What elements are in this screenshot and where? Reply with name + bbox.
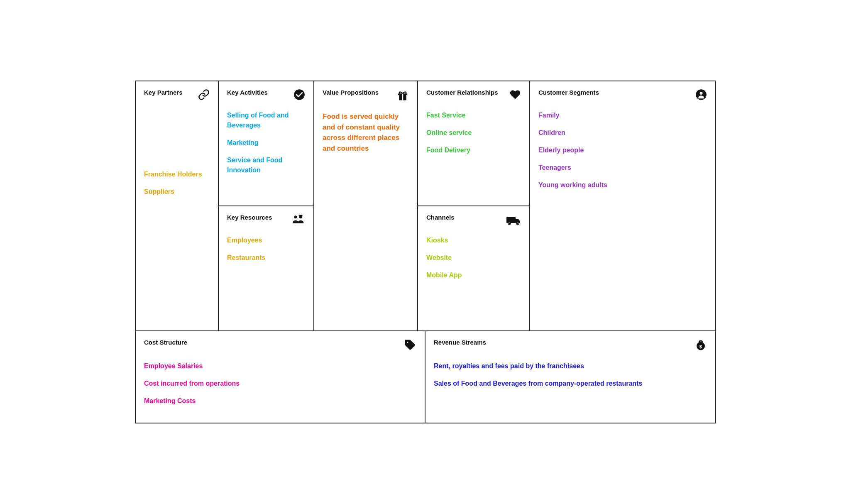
key-resources-cell: Key Resources <box>219 206 313 330</box>
key-partners-label: Key Partners <box>144 89 183 96</box>
svg-rect-4 <box>298 215 303 216</box>
customer-relationships-cell: Customer Relationships Fast Service Onli… <box>418 81 529 206</box>
key-resources-label: Key Resources <box>227 214 272 221</box>
list-item: Service and Food Innovation <box>227 155 305 175</box>
channels-label: Channels <box>426 214 455 221</box>
channels-header: Channels <box>426 214 521 228</box>
list-item: Marketing <box>227 138 305 148</box>
list-item: Family <box>538 110 707 120</box>
list-item: Employee Salaries <box>144 361 416 371</box>
list-item: Cost incurred from operations <box>144 379 416 389</box>
value-propositions-cell: Value Propositions Food is served quickl… <box>314 81 418 330</box>
key-resources-header: Key Resources <box>227 214 305 228</box>
money-bag-icon: $ <box>694 339 707 354</box>
customer-relationships-label: Customer Relationships <box>426 89 498 96</box>
cost-structure-label: Cost Structure <box>144 339 187 346</box>
value-propositions-content: Food is served quickly and of constant q… <box>323 111 409 154</box>
list-item: Mobile App <box>426 270 521 280</box>
customer-segments-header: Customer Segments <box>538 89 707 103</box>
key-partners-content: Franchise Holders Suppliers <box>144 169 210 197</box>
svg-text:$: $ <box>699 344 702 349</box>
channels-cell: Channels Kiosks Website <box>418 206 529 330</box>
list-item: Food Delivery <box>426 145 521 155</box>
list-item: Website <box>426 253 521 263</box>
list-item: Franchise Holders <box>144 169 210 179</box>
business-model-canvas: Key Partners Franchise Holders Suppliers… <box>135 81 716 423</box>
list-item: Kiosks <box>426 235 521 245</box>
revenue-streams-label: Revenue Streams <box>434 339 486 346</box>
key-partners-header: Key Partners <box>144 89 210 103</box>
key-resources-content: Employees Restaurants <box>227 235 305 263</box>
key-activities-resources-column: Key Activities Selling of Food and Bever… <box>219 81 314 330</box>
svg-point-14 <box>700 92 703 95</box>
svg-rect-8 <box>506 217 516 223</box>
svg-point-10 <box>509 223 510 224</box>
list-item: Restaurants <box>227 253 305 263</box>
customer-segments-label: Customer Segments <box>538 89 599 96</box>
list-item: Suppliers <box>144 187 210 197</box>
list-item: Fast Service <box>426 110 521 120</box>
key-activities-label: Key Activities <box>227 89 268 96</box>
check-icon <box>293 89 305 103</box>
svg-point-0 <box>294 89 305 100</box>
channels-content: Kiosks Website Mobile App <box>426 235 521 280</box>
value-propositions-header: Value Propositions <box>323 89 409 104</box>
key-partners-cell: Key Partners Franchise Holders Suppliers <box>136 81 219 330</box>
cost-structure-cell: Cost Structure Employee Salaries Cost in… <box>136 331 426 423</box>
key-activities-content: Selling of Food and Beverages Marketing … <box>227 110 305 175</box>
list-item: Sales of Food and Beverages from company… <box>434 379 707 389</box>
top-section: Key Partners Franchise Holders Suppliers… <box>136 81 715 331</box>
list-item: Young working adults <box>538 180 707 190</box>
heart-icon <box>509 89 521 103</box>
list-item: Marketing Costs <box>144 396 416 406</box>
svg-point-12 <box>517 223 518 224</box>
revenue-streams-header: Revenue Streams $ <box>434 339 707 354</box>
list-item: Online service <box>426 128 521 138</box>
revenue-streams-cell: Revenue Streams $ Rent, royalties and fe… <box>426 331 715 423</box>
list-item: Rent, royalties and fees paid by the fra… <box>434 361 707 371</box>
bottom-section: Cost Structure Employee Salaries Cost in… <box>136 331 715 423</box>
list-item: Employees <box>227 235 305 245</box>
customer-relationships-header: Customer Relationships <box>426 89 521 103</box>
key-activities-cell: Key Activities Selling of Food and Bever… <box>219 81 313 206</box>
cost-structure-header: Cost Structure <box>144 339 416 354</box>
link-icon <box>198 89 210 103</box>
list-item: Food is served quickly and of constant q… <box>323 111 409 154</box>
cost-structure-content: Employee Salaries Cost incurred from ope… <box>144 361 416 406</box>
value-propositions-label: Value Propositions <box>323 89 379 96</box>
customer-segments-content: Family Children Elderly people Teenagers… <box>538 110 707 190</box>
tag-icon <box>404 339 416 354</box>
key-activities-header: Key Activities <box>227 89 305 103</box>
svg-point-1 <box>294 215 297 218</box>
revenue-streams-content: Rent, royalties and fees paid by the fra… <box>434 361 707 389</box>
gift-icon <box>396 89 409 104</box>
person-icon <box>695 89 707 103</box>
truck-icon <box>506 214 521 228</box>
customer-rel-channels-column: Customer Relationships Fast Service Onli… <box>418 81 530 330</box>
worker-icon <box>292 214 305 228</box>
list-item: Children <box>538 128 707 138</box>
customer-segments-cell: Customer Segments Family Children Elderl… <box>530 81 715 330</box>
list-item: Selling of Food and Beverages <box>227 110 305 130</box>
customer-relationships-content: Fast Service Online service Food Deliver… <box>426 110 521 155</box>
list-item: Elderly people <box>538 145 707 155</box>
list-item: Teenagers <box>538 163 707 173</box>
